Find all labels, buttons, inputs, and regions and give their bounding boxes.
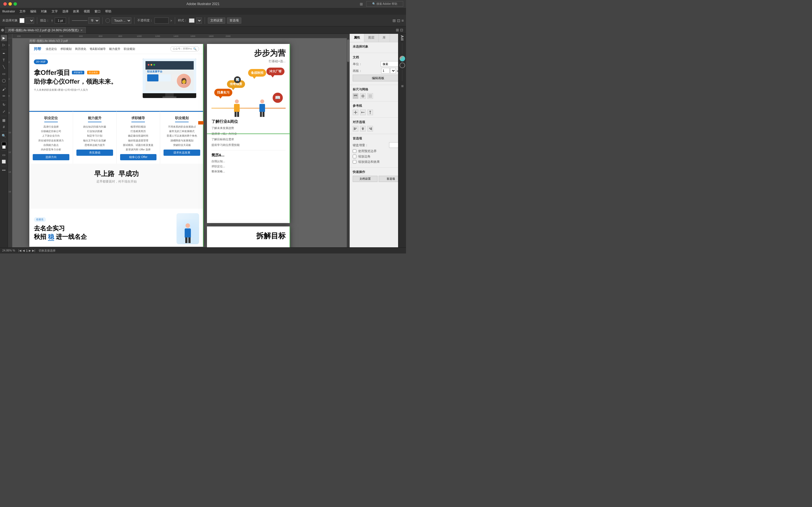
brush-tool[interactable]: 🖌 [1,86,7,93]
ai-expand-icon[interactable]: ⊞ [399,83,405,89]
service-btn-skills[interactable]: 夯实基础 [77,150,113,156]
guide-v-icon[interactable] [367,110,373,115]
style-preview[interactable] [189,18,195,23]
next-page-button[interactable]: ▶ [29,249,31,252]
scale-tool[interactable]: ⤢ [1,108,7,115]
ruler-icon[interactable] [353,93,358,99]
menu-help[interactable]: 帮助 [105,9,111,13]
line-tool[interactable]: ╲ [1,64,7,70]
nav-link-career[interactable]: 职业规划 [124,47,135,51]
scrollbar-thumb[interactable] [347,40,349,62]
menu-icon[interactable]: ≡ [402,18,404,23]
service-btn-jobhunt[interactable]: 稳拿心仪 Offer [120,154,157,160]
menu-window[interactable]: 窗口 [94,9,101,13]
grid-icon[interactable] [360,93,366,99]
quick-doc-settings-button[interactable]: 文档设置 [353,176,377,182]
menu-view[interactable]: 视图 [84,9,90,13]
mesh-tool[interactable]: # [1,124,7,130]
screen-mode[interactable]: ⬜ [1,159,7,165]
scale-stroke-checkbox[interactable] [353,160,356,164]
nav-link-skills[interactable]: 能力提升 [109,47,120,51]
guide-add-icon[interactable] [353,110,358,115]
first-page-button[interactable]: |◀ [18,249,22,252]
zoom-tool[interactable]: 🔍 [1,133,7,139]
color-dot[interactable] [105,18,110,23]
search-icon[interactable]: 🔍 [193,47,197,50]
stroke-up-icon[interactable]: ↑ [51,18,53,23]
pen-tool[interactable]: ✒ [1,50,7,57]
stroke-input[interactable] [55,17,66,24]
distribute-icon[interactable]: ⊡ [397,18,400,23]
tab-close-icon[interactable]: ✕ [80,29,83,32]
tab-library[interactable]: 库 [378,34,390,42]
shape-select[interactable]: ▭ [26,17,34,24]
stroke-type-select[interactable]: 等比 [88,17,100,24]
align-left-icon[interactable] [353,126,358,131]
rotate-tool[interactable]: ↻ [1,102,7,108]
draw-mode[interactable]: ▭ [1,152,7,158]
type-tool[interactable]: T [1,57,7,63]
window-controls[interactable] [3,2,17,6]
ai-color-icon[interactable] [400,56,405,61]
minimize-button[interactable] [8,2,12,6]
preferences-button[interactable]: 首选项 [227,17,241,24]
nav-link-positioning[interactable]: 业态定位 [46,47,57,51]
artboard2[interactable]: 步步为营 打基础+选... 备战秋招 [207,44,290,223]
menu-type[interactable]: 文字 [52,9,58,13]
search-bar[interactable]: 🔍 搜索 Adobe 帮助 [366,1,403,7]
menu-effect[interactable]: 效果 [73,9,79,13]
opacity-arrow[interactable]: > [170,19,172,22]
dot-grid-icon[interactable] [367,93,373,99]
align-right-icon[interactable] [367,126,373,131]
edit-artboard-button[interactable]: 编辑画板 [353,75,403,81]
titlebar-actions[interactable]: ⊞ 🔍 搜索 Adobe 帮助 [360,1,403,7]
menu-edit[interactable]: 编辑 [30,9,36,13]
search-box[interactable]: 公众号：邦帮Pro 🔍 [170,46,199,52]
select-tool[interactable]: ▶ [1,35,7,41]
preview-bounds-checkbox[interactable] [353,149,356,153]
fill-swatch[interactable] [19,18,24,23]
guide-h-icon[interactable] [360,110,366,115]
maximize-button[interactable] [13,2,17,6]
artboard-input[interactable] [381,68,390,73]
menu-select[interactable]: 选择 [62,9,68,13]
ai-recolor-icon[interactable] [400,62,405,68]
close-button[interactable] [3,2,7,6]
gradient-tool[interactable]: ▦ [1,117,7,123]
touch-select[interactable]: Touch ... [112,17,132,24]
prev-page-button[interactable]: ◀ [22,249,25,252]
panel-close-icon[interactable] [1,29,4,32]
style-select[interactable] [196,17,202,24]
ellipse-tool[interactable]: ◯ [1,77,7,83]
artboard3[interactable]: 拆解目标 [207,226,290,247]
nav-link-resume[interactable]: 简历优化 [75,47,86,51]
tab-properties[interactable]: 属性 [350,34,364,42]
rect-tool[interactable]: ▭ [1,71,7,77]
artboard1[interactable]: 邦帮 业态定位 求职规划 简历优化 笔&面试辅导 能力提升 职业规划 公众号：邦… [29,44,204,247]
canvas-area[interactable]: 200 0 200 400 600 800 1000 1200 1400 160… [8,34,350,247]
artboard-select[interactable]: ▾ [390,68,396,73]
expand-icon[interactable]: ⊞ [396,28,399,32]
pencil-tool[interactable]: ✏ [1,93,7,99]
ai-tool-icon[interactable]: AiI [399,35,405,41]
nav-link-interview[interactable]: 笔&面试辅导 [90,47,106,51]
layout-icon[interactable]: ⊞ [360,2,363,6]
service-btn-career[interactable]: 谋求长远发展 [163,150,200,156]
vertical-scrollbar[interactable] [347,34,350,247]
last-page-button[interactable]: ▶| [32,249,35,252]
nav-link-jobhunt[interactable]: 求职规划 [60,47,71,51]
direct-select-tool[interactable]: ▷ [1,42,7,48]
arrange-icon[interactable]: ⊞ [393,18,396,23]
align-center-icon[interactable] [360,126,366,131]
doc-settings-button[interactable]: 文档设置 [208,17,225,24]
service-btn-positioning[interactable]: 选择方向 [33,154,69,160]
menu-illustrator[interactable]: Illustrator [2,10,15,13]
menu-file[interactable]: 文件 [19,9,26,13]
menu-object[interactable]: 对象 [41,9,47,13]
more-tools[interactable]: ••• [1,167,7,173]
opacity-input[interactable]: 100% [154,17,168,24]
arrange-panels-icon[interactable]: ⊡ [400,28,403,32]
stroke-color-swatch[interactable] [2,145,6,149]
document-tab[interactable]: 邦帮-领航Life-Web-V2.2.pdf @ 24.86% (RGB/预览)… [5,27,86,33]
scale-corner-checkbox[interactable] [353,155,356,158]
